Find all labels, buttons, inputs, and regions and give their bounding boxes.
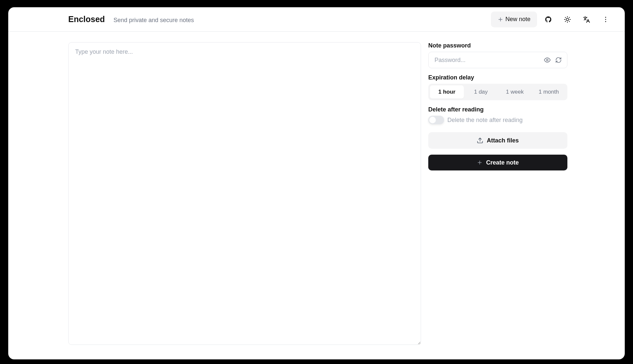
expiration-option-1month[interactable]: 1 month — [532, 85, 566, 99]
github-icon — [545, 16, 552, 23]
delete-after-reading-row: Delete the note after reading — [428, 116, 567, 124]
logo[interactable]: Enclosed — [68, 15, 105, 24]
svg-point-11 — [605, 17, 606, 18]
new-note-label: New note — [505, 16, 530, 23]
main-content: Note password Expiration delay — [8, 32, 625, 359]
svg-point-12 — [605, 19, 606, 20]
password-section: Note password — [428, 42, 567, 68]
expiration-section: Expiration delay 1 hour 1 day 1 week 1 m… — [428, 74, 567, 100]
attach-files-button[interactable]: Attach files — [428, 132, 567, 149]
expiration-option-1day[interactable]: 1 day — [464, 85, 498, 99]
password-label: Note password — [428, 42, 567, 49]
github-button[interactable] — [540, 12, 556, 27]
plus-icon — [477, 160, 483, 166]
header-actions: New note — [491, 12, 614, 27]
delete-after-reading-description: Delete the note after reading — [447, 117, 523, 124]
svg-point-2 — [566, 18, 568, 20]
language-button[interactable] — [579, 12, 594, 27]
plus-icon — [497, 16, 503, 22]
show-password-button[interactable] — [543, 55, 552, 65]
svg-line-9 — [565, 21, 566, 21]
eye-icon — [544, 57, 551, 63]
settings-panel: Note password Expiration delay — [428, 42, 567, 349]
delete-after-reading-label: Delete after reading — [428, 106, 567, 113]
header: Enclosed Send private and secure notes N… — [8, 7, 625, 32]
svg-point-13 — [605, 21, 606, 22]
app-window: Enclosed Send private and secure notes N… — [8, 7, 625, 359]
tagline: Send private and secure notes — [113, 17, 194, 24]
more-menu-button[interactable] — [598, 12, 614, 27]
attach-files-label: Attach files — [487, 137, 519, 144]
svg-line-10 — [569, 17, 569, 17]
note-textarea[interactable] — [68, 42, 421, 345]
generate-password-button[interactable] — [554, 55, 563, 65]
sun-icon — [564, 16, 571, 23]
upload-icon — [477, 137, 483, 144]
svg-point-14 — [547, 59, 548, 61]
expiration-label: Expiration delay — [428, 74, 567, 81]
refresh-icon — [555, 57, 562, 63]
header-brand: Enclosed Send private and secure notes — [19, 15, 194, 24]
delete-after-reading-toggle[interactable] — [428, 116, 444, 124]
toggle-knob — [429, 117, 436, 123]
create-note-label: Create note — [486, 159, 519, 166]
svg-line-6 — [569, 21, 569, 21]
password-field-wrap — [428, 52, 567, 68]
translate-icon — [583, 16, 590, 23]
svg-line-5 — [565, 17, 566, 17]
theme-toggle-button[interactable] — [559, 12, 575, 27]
expiration-option-1week[interactable]: 1 week — [498, 85, 532, 99]
expiration-tabs: 1 hour 1 day 1 week 1 month — [428, 84, 567, 100]
create-note-button[interactable]: Create note — [428, 155, 567, 170]
delete-after-reading-section: Delete after reading Delete the note aft… — [428, 106, 567, 124]
more-vertical-icon — [602, 16, 609, 23]
expiration-option-1hour[interactable]: 1 hour — [430, 85, 464, 99]
password-input[interactable] — [429, 52, 543, 68]
new-note-button[interactable]: New note — [491, 12, 537, 27]
